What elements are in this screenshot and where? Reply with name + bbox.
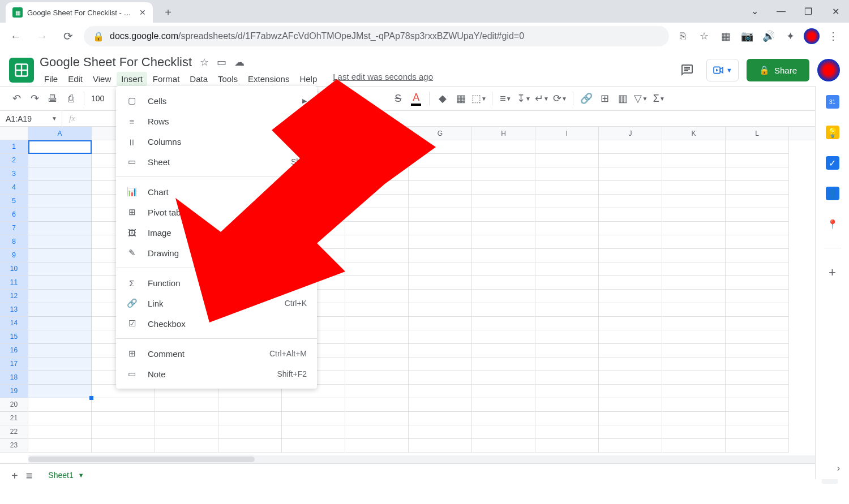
cell[interactable] <box>726 425 789 439</box>
cell[interactable] <box>409 425 472 439</box>
cell[interactable] <box>345 222 409 235</box>
sheet-tab[interactable]: Sheet1 ▼ <box>40 466 92 486</box>
cell[interactable] <box>345 154 409 167</box>
cell[interactable] <box>662 357 726 371</box>
row-header[interactable]: 20 <box>0 398 28 412</box>
borders-button[interactable]: ▦ <box>452 90 469 107</box>
column-header[interactable]: F <box>345 127 409 140</box>
cell[interactable] <box>599 276 662 290</box>
column-header[interactable]: H <box>472 127 535 140</box>
cell[interactable] <box>92 439 155 453</box>
last-edit-link[interactable]: Last edit was seconds ago <box>333 72 433 86</box>
cell[interactable] <box>409 371 472 385</box>
insert-menu-rows[interactable]: ≡Rows▶ <box>116 111 317 131</box>
cell[interactable] <box>726 398 789 412</box>
cell[interactable] <box>218 412 282 425</box>
cell[interactable] <box>282 425 345 439</box>
cell[interactable] <box>662 303 726 317</box>
cell[interactable] <box>599 371 662 385</box>
cell[interactable] <box>726 195 789 208</box>
cell[interactable] <box>409 330 472 344</box>
cell[interactable] <box>726 167 789 181</box>
cell[interactable] <box>726 181 789 195</box>
column-header[interactable]: K <box>662 127 726 140</box>
cell[interactable] <box>535 276 599 290</box>
cell[interactable] <box>599 222 662 235</box>
row-header[interactable]: 10 <box>0 262 28 276</box>
cell[interactable] <box>472 208 535 222</box>
cell[interactable] <box>662 317 726 330</box>
cell[interactable] <box>345 167 409 181</box>
horizontal-scrollbar[interactable] <box>28 455 841 463</box>
cell[interactable] <box>535 330 599 344</box>
cell[interactable] <box>662 195 726 208</box>
cell[interactable] <box>535 262 599 276</box>
cell[interactable] <box>155 439 218 453</box>
cell[interactable] <box>599 262 662 276</box>
text-rotation-button[interactable]: ⟳ ▼ <box>551 90 568 107</box>
cell[interactable] <box>472 276 535 290</box>
cell[interactable] <box>662 344 726 357</box>
row-header[interactable]: 6 <box>0 208 28 222</box>
browser-tab[interactable]: ▦ Google Sheet For Checklist - Goo ✕ <box>6 2 153 23</box>
insert-menu-comment[interactable]: ⊞CommentCtrl+Alt+M <box>116 343 317 364</box>
cell[interactable] <box>599 249 662 262</box>
cell[interactable] <box>92 398 155 412</box>
bookmark-star-icon[interactable]: ☆ <box>696 28 712 44</box>
cell[interactable] <box>662 398 726 412</box>
text-color-button[interactable]: A <box>408 90 424 107</box>
cell[interactable] <box>409 344 472 357</box>
cell[interactable] <box>472 303 535 317</box>
cell[interactable] <box>726 371 789 385</box>
cell[interactable] <box>345 303 409 317</box>
row-header[interactable]: 12 <box>0 290 28 303</box>
insert-menu-cells[interactable]: ▢Cells▶ <box>116 91 317 111</box>
cell[interactable] <box>409 357 472 371</box>
cell[interactable] <box>726 303 789 317</box>
row-header[interactable]: 1 <box>0 140 28 154</box>
strikethrough-button[interactable]: S <box>389 90 406 107</box>
cell[interactable] <box>599 181 662 195</box>
cell[interactable] <box>726 357 789 371</box>
cell[interactable] <box>345 290 409 303</box>
menu-extensions[interactable]: Extensions <box>243 72 294 86</box>
cell[interactable] <box>726 235 789 249</box>
cell[interactable] <box>662 235 726 249</box>
cell[interactable] <box>409 290 472 303</box>
cell[interactable] <box>599 317 662 330</box>
cell[interactable] <box>28 439 92 453</box>
cell[interactable] <box>282 439 345 453</box>
account-avatar[interactable] <box>817 59 840 81</box>
cell[interactable] <box>599 167 662 181</box>
column-header[interactable]: I <box>535 127 599 140</box>
insert-menu-function[interactable]: ΣFunction <box>116 273 317 293</box>
tasks-icon[interactable]: ✓ <box>826 156 839 170</box>
cell[interactable] <box>535 167 599 181</box>
cell[interactable] <box>282 398 345 412</box>
cell[interactable] <box>726 276 789 290</box>
camera-icon[interactable]: 📷 <box>739 28 755 44</box>
row-header[interactable]: 3 <box>0 167 28 181</box>
cell[interactable] <box>599 439 662 453</box>
cell[interactable] <box>409 140 472 154</box>
add-ons-button[interactable]: + <box>829 265 836 280</box>
cell[interactable] <box>535 195 599 208</box>
row-header[interactable]: 16 <box>0 344 28 357</box>
cell[interactable] <box>92 425 155 439</box>
cell[interactable] <box>599 412 662 425</box>
menu-format[interactable]: Format <box>148 72 185 86</box>
cell[interactable] <box>472 398 535 412</box>
cell[interactable] <box>662 439 726 453</box>
cell[interactable] <box>599 344 662 357</box>
insert-menu-chart[interactable]: 📊Chart <box>116 182 317 202</box>
row-header[interactable]: 7 <box>0 222 28 235</box>
cell[interactable] <box>535 385 599 398</box>
cell[interactable] <box>662 371 726 385</box>
row-header[interactable]: 11 <box>0 276 28 290</box>
cell[interactable] <box>155 398 218 412</box>
extensions-puzzle-icon[interactable]: ✦ <box>782 28 798 44</box>
new-tab-button[interactable]: + <box>160 4 177 21</box>
back-button[interactable]: ← <box>6 26 26 46</box>
sound-icon[interactable]: 🔊 <box>761 28 777 44</box>
cell[interactable] <box>726 154 789 167</box>
